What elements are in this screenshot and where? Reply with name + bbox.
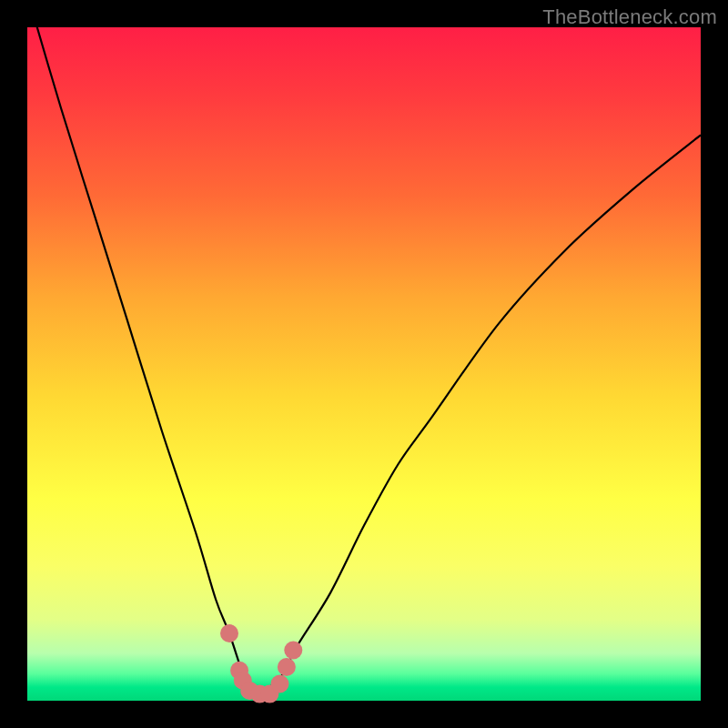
- plot-svg: [27, 27, 701, 701]
- chart-area: [27, 27, 701, 701]
- bottleneck-curve: [27, 0, 701, 695]
- watermark-text: TheBottleneck.com: [542, 5, 717, 29]
- bottom-marker-dot: [284, 642, 302, 660]
- bottom-marker-dot: [271, 675, 289, 693]
- bottom-marker-dot: [220, 624, 238, 642]
- bottom-marker-dot: [278, 658, 296, 676]
- bottom-marker-group: [220, 624, 302, 703]
